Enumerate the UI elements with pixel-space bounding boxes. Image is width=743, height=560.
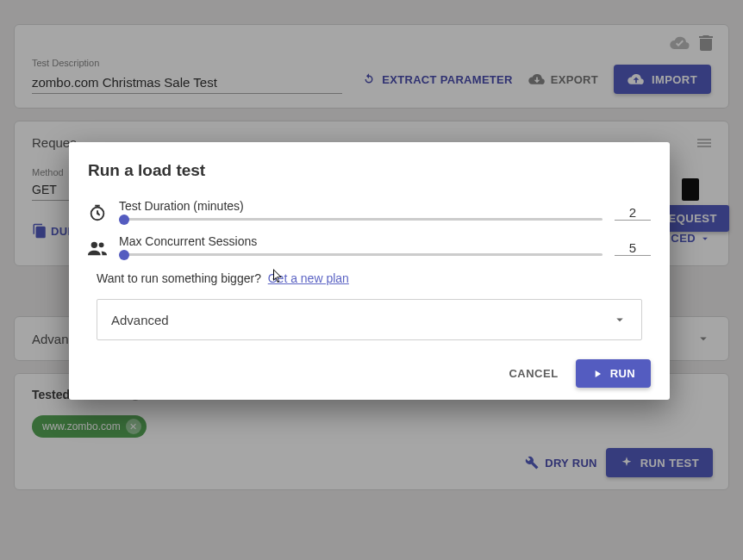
run-button-label: RUN [610, 367, 635, 380]
sessions-row: Max Concurrent Sessions [88, 234, 651, 261]
people-icon [88, 240, 107, 256]
run-load-test-dialog: Run a load test Test Duration (minutes) … [69, 142, 670, 400]
svg-point-4 [91, 241, 97, 247]
sessions-value-input[interactable] [615, 240, 651, 256]
chevron-down-icon [612, 312, 627, 327]
duration-label: Test Duration (minutes) [119, 199, 603, 213]
sessions-slider[interactable] [119, 253, 603, 256]
plan-line: Want to run something bigger? Get a new … [97, 271, 651, 285]
duration-row: Test Duration (minutes) [88, 199, 651, 226]
cancel-button[interactable]: CANCEL [503, 360, 563, 387]
dialog-title: Run a load test [88, 161, 651, 180]
clock-icon [88, 203, 107, 222]
advanced-expand[interactable]: Advanced [97, 299, 642, 340]
get-new-plan-link[interactable]: Get a new plan [268, 271, 349, 285]
duration-value-input[interactable] [615, 205, 651, 221]
duration-slider[interactable] [119, 218, 603, 221]
run-button[interactable]: RUN [576, 359, 651, 388]
sessions-label: Max Concurrent Sessions [119, 234, 603, 248]
play-icon [591, 368, 603, 380]
advanced-expand-label: Advanced [111, 313, 169, 327]
svg-point-5 [99, 242, 104, 247]
